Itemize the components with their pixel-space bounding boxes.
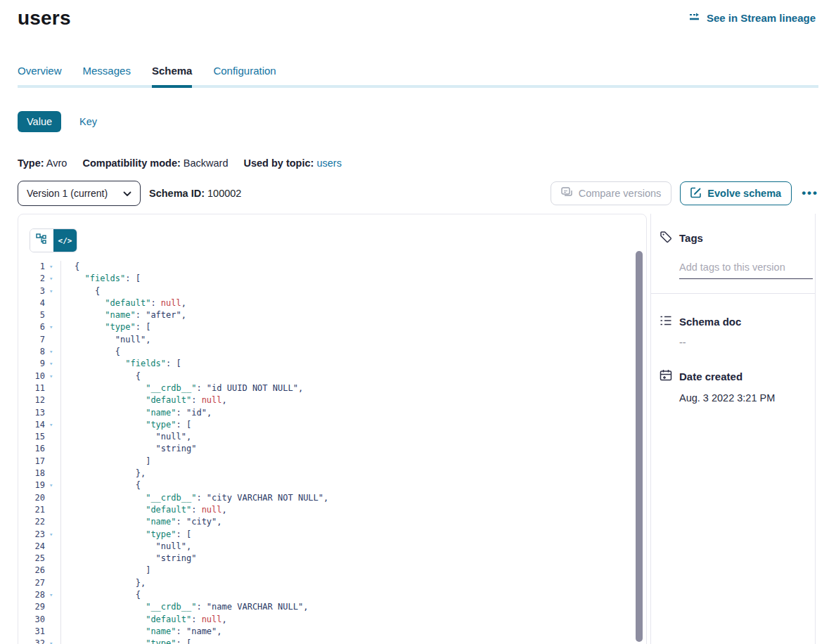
tab-messages[interactable]: Messages: [83, 65, 131, 85]
compare-versions-label: Compare versions: [579, 188, 662, 199]
line-number: 23: [18, 529, 45, 541]
line-number: 18: [18, 468, 45, 479]
fold-spacer: [45, 516, 60, 528]
fold-arrow-icon[interactable]: ▾: [45, 285, 60, 297]
code-line: 27 },: [18, 577, 636, 589]
fold-spacer: [45, 456, 60, 468]
date-created-section: Date created Aug. 3 2022 3:21 PM: [660, 369, 806, 404]
fold-arrow-icon[interactable]: ▾: [45, 346, 60, 358]
calendar-icon: [660, 369, 672, 384]
code-text: "string": [61, 443, 196, 455]
code-text: "string": [61, 553, 196, 565]
code-line: 15 "null",: [18, 431, 636, 443]
fold-arrow-icon[interactable]: ▾: [45, 273, 60, 285]
line-number: 22: [18, 516, 45, 528]
fold-arrow-icon[interactable]: ▾: [45, 261, 60, 273]
stream-lineage-label: See in Stream lineage: [707, 12, 816, 24]
line-number: 3: [18, 285, 45, 297]
line-number: 5: [18, 309, 45, 321]
tab-schema[interactable]: Schema: [152, 65, 193, 85]
fold-spacer: [45, 504, 60, 516]
code-line: 28▾ {: [18, 589, 636, 601]
tab-overview[interactable]: Overview: [18, 65, 62, 85]
topic-label: Used by topic:: [243, 157, 314, 169]
editor-view-toggle: </>: [30, 228, 77, 252]
line-number: 15: [18, 431, 45, 443]
value-key-toggle: Value Key: [18, 111, 818, 132]
tab-configuration[interactable]: Configuration: [213, 65, 276, 85]
line-number: 4: [18, 297, 45, 309]
line-number: 13: [18, 407, 45, 419]
more-options-button[interactable]: •••: [802, 186, 818, 200]
code-text: "type": [: [61, 419, 191, 431]
fold-arrow-icon[interactable]: ▾: [45, 529, 60, 541]
code-text: "name": "id",: [61, 407, 212, 419]
schema-doc-header: Schema doc: [660, 315, 806, 328]
fold-spacer: [45, 394, 60, 406]
code-line: 31 "name": "name",: [18, 626, 636, 638]
code-view-button[interactable]: </>: [53, 229, 77, 252]
fold-spacer: [45, 309, 60, 321]
fold-spacer: [45, 553, 60, 565]
line-number: 8: [18, 346, 45, 358]
compat-field: Compatibility mode: Backward: [82, 157, 228, 169]
fold-arrow-icon[interactable]: ▾: [45, 479, 60, 491]
fold-spacer: [45, 614, 60, 626]
schema-page: users See in Stream lineage Overview Mes…: [0, 0, 836, 644]
compare-versions-button[interactable]: Compare versions: [551, 181, 672, 205]
tags-title: Tags: [679, 232, 703, 244]
fold-arrow-icon[interactable]: ▾: [45, 638, 60, 644]
fold-arrow-icon[interactable]: ▾: [45, 371, 60, 382]
stream-lineage-icon: [689, 12, 702, 24]
code-text: "fields": [: [61, 273, 141, 285]
tab-bar: Overview Messages Schema Configuration: [18, 65, 818, 88]
list-icon: [660, 315, 672, 328]
fold-spacer: [45, 601, 60, 613]
date-created-value: Aug. 3 2022 3:21 PM: [679, 392, 806, 404]
code-line: 17 ]: [18, 456, 636, 468]
version-select[interactable]: Version 1 (current): [18, 181, 141, 206]
code-line: 18 },: [18, 468, 636, 479]
tree-view-button[interactable]: [30, 229, 53, 252]
tag-icon: [660, 231, 672, 245]
line-number: 28: [18, 589, 45, 601]
code-text: {: [61, 285, 100, 297]
line-number: 2: [18, 273, 45, 285]
fold-spacer: [45, 626, 60, 638]
code-line: 1▾{: [18, 261, 636, 273]
fold-arrow-icon[interactable]: ▾: [45, 589, 60, 601]
code-text: ]: [61, 565, 150, 577]
fold-spacer: [45, 468, 60, 479]
line-number: 17: [18, 456, 45, 468]
fold-arrow-icon[interactable]: ▾: [45, 358, 60, 370]
evolve-schema-button[interactable]: Evolve schema: [680, 181, 792, 205]
line-number: 7: [18, 334, 45, 346]
see-in-stream-lineage-link[interactable]: See in Stream lineage: [689, 12, 816, 24]
tags-input[interactable]: [679, 262, 813, 279]
key-toggle-link[interactable]: Key: [79, 116, 97, 127]
type-value: Avro: [46, 157, 67, 169]
code-text: "default": null,: [61, 614, 227, 626]
line-number: 20: [18, 492, 45, 504]
code-text: ]: [61, 456, 150, 468]
schema-id-value: 100002: [207, 188, 241, 199]
code-text: {: [61, 261, 79, 273]
line-number: 1: [18, 261, 45, 273]
editor-scrollbar[interactable]: [636, 251, 643, 642]
fold-spacer: [45, 431, 60, 443]
line-number: 25: [18, 553, 45, 565]
code-text: "type": [: [61, 638, 191, 644]
fold-arrow-icon[interactable]: ▾: [45, 321, 60, 333]
code-text: {: [61, 371, 141, 382]
code-line: 26 ]: [18, 565, 636, 577]
line-number: 6: [18, 321, 45, 333]
code-text: "null",: [61, 431, 191, 443]
fold-spacer: [45, 297, 60, 309]
topic-link[interactable]: users: [316, 157, 341, 169]
version-bar: Version 1 (current) Schema ID: 100002 Co…: [18, 181, 818, 206]
code-line: 16 "string": [18, 443, 636, 455]
value-toggle-button[interactable]: Value: [18, 111, 61, 132]
fold-spacer: [45, 382, 60, 394]
code-text: "default": null,: [61, 297, 186, 309]
fold-arrow-icon[interactable]: ▾: [45, 419, 60, 431]
